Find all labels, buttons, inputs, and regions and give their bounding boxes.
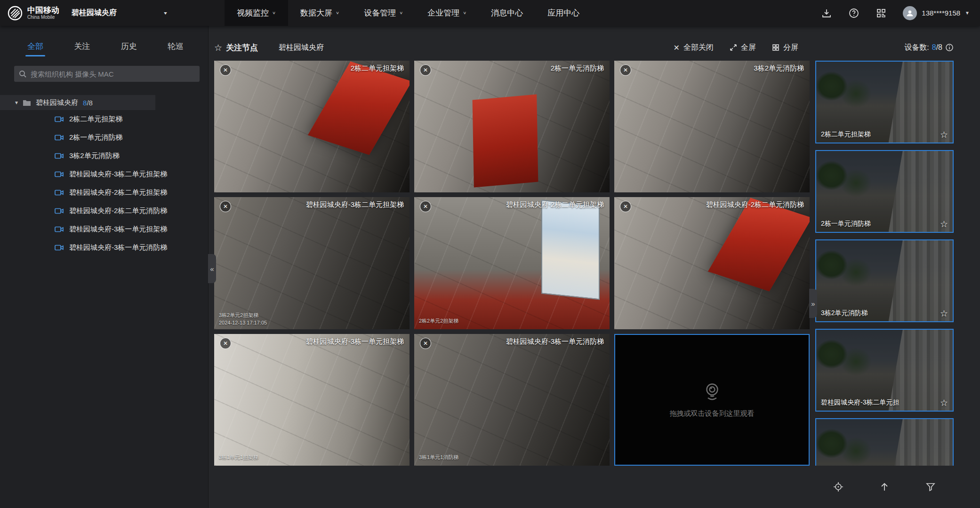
close-icon[interactable]: ✕ (420, 64, 431, 76)
org-selector[interactable]: 碧桂园城央府 ▼ (72, 8, 168, 18)
osd-name: 2栋2单元2担架梯 (419, 318, 458, 325)
video-tile[interactable]: ✕ 碧桂园城央府-2栋二单元消防梯 (614, 197, 810, 329)
video-tile[interactable]: ✕ 2栋二单元担架梯 (214, 61, 410, 192)
tree-camera-item[interactable]: 2栋一单元消防梯 (0, 128, 208, 147)
menu-app-center[interactable]: 应用中心 (535, 0, 592, 26)
user-menu[interactable]: 138****9158 ▼ (903, 6, 970, 20)
video-osd: 3栋1单元1消防梯 (419, 454, 458, 462)
tab-history[interactable]: 历史 (121, 41, 137, 56)
menu-message-center[interactable]: 消息中心 (479, 0, 535, 26)
tree-camera-item[interactable]: 碧桂园城央府-3栋一单元消防梯 (0, 238, 208, 257)
star-icon[interactable]: ☆ (940, 219, 948, 230)
camera-label: 碧桂园城央府-3栋一单元担架梯 (69, 225, 167, 234)
camera-icon (55, 116, 64, 123)
video-frame (214, 197, 410, 329)
camera-label: 碧桂园城央府-3栋二单元担架梯 (69, 170, 167, 179)
chevron-down-icon: ∨ (336, 11, 339, 16)
collapse-sidebar-handle[interactable]: « (208, 254, 216, 283)
split-screen-button[interactable]: 分屏 (772, 43, 798, 53)
info-icon[interactable] (945, 43, 954, 52)
brand-name-en: China Mobile (27, 15, 59, 20)
video-tile[interactable]: ✕ 碧桂园城央府-3栋二单元担架梯 3栋2单元2担架梯2024-12-13 17… (214, 197, 410, 329)
tree-camera-item[interactable]: 3栋2单元消防梯 (0, 147, 208, 165)
video-frame (214, 61, 410, 192)
thumbnail-label: 2栋一单元消防梯 (821, 220, 871, 228)
close-icon[interactable]: ✕ (620, 64, 631, 76)
camera-thumbnail[interactable]: 2栋一单元消防梯 ☆ (815, 150, 954, 233)
video-tile[interactable]: ✕ 碧桂园城央府-3栋一单元担架梯 3栋1单元1担架梯 (214, 334, 410, 466)
close-glyph: ✕ (223, 203, 228, 210)
video-tile[interactable]: ✕ 3栋2单元消防梯 (614, 61, 810, 192)
video-frame (414, 334, 610, 466)
menu-data-screen[interactable]: 数据大屏 ∨ (288, 0, 352, 26)
video-osd: 3栋1单元1担架梯 (219, 454, 258, 462)
camera-thumbnail[interactable] (815, 418, 954, 466)
tree-root-label: 碧桂园城央府 (36, 98, 78, 107)
thumbnail-label: 碧桂园城央府-3栋二单元担 (821, 398, 899, 407)
star-icon[interactable]: ☆ (940, 397, 948, 408)
menu-device-management[interactable]: 设备管理 ∨ (352, 0, 415, 26)
video-grid: ✕ 2栋二单元担架梯 ✕ 2栋一单元消防梯 ✕ 3栋2单元消防梯 (214, 61, 810, 466)
tree-root-node[interactable]: ▾ 碧桂园城央府 8/8 (0, 95, 155, 110)
favorite-node-label: 关注节点 (226, 42, 258, 53)
empty-drop-slot[interactable]: 拖拽或双击设备到这里观看 (614, 334, 810, 466)
help-icon[interactable] (848, 8, 860, 19)
menu-video-surveillance[interactable]: 视频监控 ∨ (225, 0, 288, 26)
download-icon[interactable] (821, 8, 832, 19)
tile-title: 碧桂园城央府-3栋一单元消防梯 (506, 337, 604, 346)
tree-camera-item[interactable]: 碧桂园城央府-3栋一单元担架梯 (0, 220, 208, 238)
thumbnail-column: 2栋二单元担架梯 ☆ 2栋一单元消防梯 ☆ 3栋2单元消防梯 ☆ (815, 61, 954, 466)
video-frame (614, 61, 810, 192)
video-tile[interactable]: ✕ 2栋一单元消防梯 (414, 61, 610, 192)
search-box[interactable] (14, 66, 200, 82)
tile-title: 2栋一单元消防梯 (551, 64, 604, 73)
tab-all[interactable]: 全部 (27, 41, 43, 56)
close-all-button[interactable]: ✕ 全部关闭 (674, 43, 714, 53)
video-osd: 3栋2单元2担架梯2024-12-13 17:17:05 (219, 312, 267, 325)
device-count-label: 设备数: (904, 43, 929, 53)
star-icon[interactable]: ☆ (940, 308, 948, 319)
chevrons-right-icon: » (811, 300, 815, 308)
fullscreen-button[interactable]: 全屏 (730, 43, 756, 53)
close-icon[interactable]: ✕ (220, 338, 231, 349)
video-tile[interactable]: ✕ 碧桂园城央府-2栋二单元担架梯 2栋2单元2担架梯 (414, 197, 610, 329)
tree-camera-item[interactable]: 碧桂园城央府-2栋二单元担架梯 (0, 183, 208, 202)
tile-title: 2栋二单元担架梯 (351, 64, 404, 73)
camera-thumbnail[interactable]: 2栋二单元担架梯 ☆ (815, 61, 954, 143)
arrow-up-icon[interactable] (878, 480, 891, 493)
favorite-star-icon[interactable]: ☆ (214, 42, 222, 53)
search-input[interactable] (31, 70, 195, 78)
close-glyph: ✕ (223, 67, 228, 73)
camera-icon (55, 171, 64, 178)
qrcode-icon[interactable] (876, 8, 887, 19)
caret-down-icon: ▾ (15, 99, 18, 106)
close-icon[interactable]: ✕ (420, 338, 431, 349)
collapse-thumbs-handle[interactable]: » (809, 289, 817, 318)
chevron-down-icon: ▼ (163, 11, 168, 16)
camera-label: 碧桂园城央府-2栋二单元消防梯 (69, 206, 167, 215)
camera-thumbnail[interactable]: 碧桂园城央府-3栋二单元担 ☆ (815, 329, 954, 412)
tab-patrol[interactable]: 轮巡 (168, 41, 184, 56)
tree-camera-item[interactable]: 2栋二单元担架梯 (0, 110, 208, 128)
tree-camera-item[interactable]: 碧桂园城央府-3栋二单元担架梯 (0, 165, 208, 183)
folder-icon (23, 99, 31, 106)
close-icon: ✕ (674, 43, 680, 52)
drop-hint-text: 拖拽或双击设备到这里观看 (670, 409, 755, 418)
tab-favorites[interactable]: 关注 (74, 41, 90, 56)
tree-camera-item[interactable]: 碧桂园城央府-2栋二单元消防梯 (0, 202, 208, 220)
filter-icon[interactable] (924, 480, 937, 493)
main-header: ☆ 关注节点 碧桂园城央府 ✕ 全部关闭 全屏 (214, 39, 954, 56)
sidebar-tabs: 全部 关注 历史 轮巡 (27, 41, 184, 56)
thumbnail-label: 3栋2单元消防梯 (821, 309, 868, 318)
video-tile[interactable]: ✕ 碧桂园城央府-3栋一单元消防梯 3栋1单元1消防梯 (414, 334, 610, 466)
webcam-icon (701, 381, 723, 403)
camera-thumbnail[interactable]: 3栋2单元消防梯 ☆ (815, 239, 954, 322)
menu-enterprise-management[interactable]: 企业管理 ∨ (415, 0, 479, 26)
brand-name-cn: 中国移动 (27, 6, 59, 15)
camera-icon (55, 244, 64, 251)
star-icon[interactable]: ☆ (940, 129, 948, 140)
tile-title: 碧桂园城央府-3栋二单元担架梯 (306, 200, 404, 209)
org-selector-label: 碧桂园城央府 (72, 8, 117, 18)
locate-icon[interactable] (832, 480, 845, 493)
close-icon[interactable]: ✕ (220, 64, 231, 76)
